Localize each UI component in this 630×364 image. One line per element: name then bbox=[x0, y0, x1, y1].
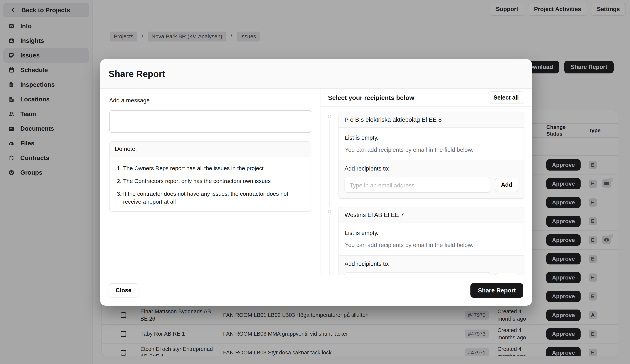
modal-share-report-button[interactable]: Share Report bbox=[470, 283, 523, 298]
note-item: If the contractor does not have any issu… bbox=[123, 190, 305, 206]
recipients-list: P o B:s elektriska aktiebolag El EE 8Lis… bbox=[320, 107, 532, 275]
recipient-group-body: List is empty.You can add recipients by … bbox=[339, 128, 524, 160]
add-recipients-label: Add recipients to: bbox=[344, 165, 518, 172]
modal-body: Add a message Do note: The Owners Reps r… bbox=[100, 89, 532, 275]
recipient-group-body: List is empty.You can add recipients by … bbox=[339, 223, 524, 255]
email-input-box bbox=[344, 272, 490, 275]
note-title: Do note: bbox=[110, 142, 311, 156]
group-connector-line bbox=[330, 216, 330, 275]
select-all-button[interactable]: Select all bbox=[488, 91, 524, 104]
add-recipients-section: Add recipients to:Add bbox=[339, 160, 524, 198]
note-body: The Owners Reps report has all the issue… bbox=[110, 156, 311, 211]
recipients-pane: Select your recipients below Select all … bbox=[320, 89, 532, 275]
empty-list-help: You can add recipients by email in the f… bbox=[345, 146, 518, 153]
note-list: The Owners Reps report has all the issue… bbox=[115, 164, 305, 206]
note-item: The Owners Reps report has all the issue… bbox=[123, 164, 305, 172]
recipient-group-gutter bbox=[325, 112, 334, 199]
recipient-group-gutter bbox=[325, 207, 334, 275]
email-input-box bbox=[344, 177, 490, 193]
modal-header: Share Report bbox=[100, 59, 532, 89]
recipient-group-name: P o B:s elektriska aktiebolag El EE 8 bbox=[339, 112, 524, 128]
empty-list-help: You can add recipients by email in the f… bbox=[345, 242, 518, 249]
recipient-group-name: Westins El AB El EE 7 bbox=[339, 207, 524, 223]
note-card: Do note: The Owners Reps report has all … bbox=[109, 141, 311, 212]
add-message-label: Add a message bbox=[109, 97, 311, 104]
add-recipient-button[interactable]: Add bbox=[495, 178, 518, 192]
empty-list-title: List is empty. bbox=[345, 230, 518, 237]
recipient-group-card: P o B:s elektriska aktiebolag El EE 8Lis… bbox=[338, 112, 524, 199]
message-input[interactable] bbox=[109, 110, 311, 133]
recipients-heading: Select your recipients below bbox=[328, 94, 414, 101]
modal-title: Share Report bbox=[109, 69, 165, 79]
message-pane: Add a message Do note: The Owners Reps r… bbox=[100, 89, 320, 275]
group-select-radio[interactable] bbox=[328, 210, 331, 213]
add-recipients-label: Add recipients to: bbox=[344, 261, 518, 267]
note-item: The Contractors report only has the cont… bbox=[123, 177, 305, 185]
email-input[interactable] bbox=[350, 178, 485, 192]
recipient-group: Westins El AB El EE 7List is empty.You c… bbox=[325, 207, 524, 275]
empty-list-title: List is empty. bbox=[345, 134, 518, 141]
modal-footer: Close Share Report bbox=[100, 275, 532, 306]
add-recipient-button[interactable]: Add bbox=[495, 273, 518, 275]
close-button[interactable]: Close bbox=[109, 283, 138, 298]
group-connector-line bbox=[330, 120, 330, 207]
share-report-modal: Share Report Add a message Do note: The … bbox=[100, 59, 532, 306]
group-select-radio[interactable] bbox=[328, 115, 331, 118]
add-recipients-section: Add recipients to:Add bbox=[339, 255, 524, 275]
recipient-group: P o B:s elektriska aktiebolag El EE 8Lis… bbox=[325, 112, 524, 199]
recipients-header: Select your recipients below Select all bbox=[320, 89, 532, 106]
recipient-group-card: Westins El AB El EE 7List is empty.You c… bbox=[338, 207, 524, 275]
